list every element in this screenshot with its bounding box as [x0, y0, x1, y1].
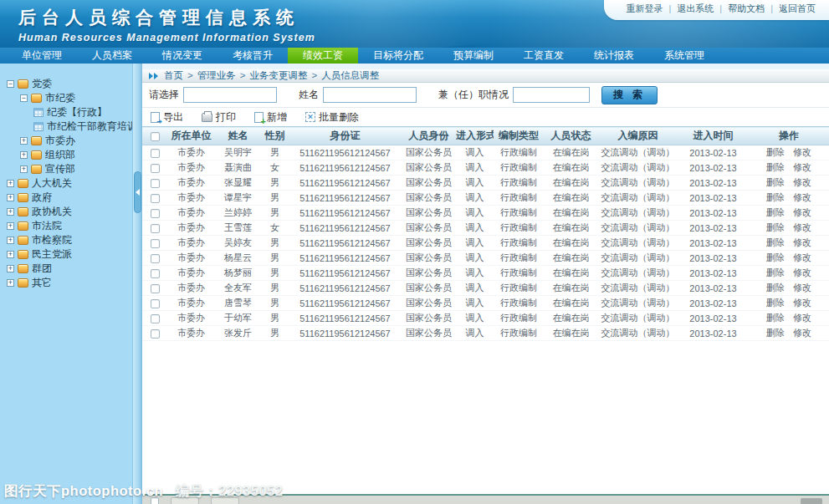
export-button[interactable]: 导出: [151, 110, 183, 125]
tree-item[interactable]: +政协机关: [0, 205, 132, 219]
edit-link[interactable]: 修改: [793, 192, 811, 202]
menu-item-tab[interactable]: 系统管理: [649, 48, 719, 64]
quick-link[interactable]: 重新登录: [626, 3, 663, 13]
row-checkbox[interactable]: [151, 149, 160, 158]
quick-link[interactable]: 退出系统: [677, 3, 714, 13]
row-checkbox[interactable]: [151, 179, 160, 188]
expand-icon[interactable]: +: [20, 151, 28, 159]
job-status-input[interactable]: [513, 87, 590, 103]
delete-link[interactable]: 删除: [766, 207, 785, 217]
expand-icon[interactable]: +: [7, 237, 14, 244]
tree-item[interactable]: +其它: [0, 276, 132, 290]
breadcrumb-link[interactable]: 业务变更调整: [249, 70, 307, 80]
unit-select-input[interactable]: [183, 87, 277, 103]
edit-link[interactable]: 修改: [793, 162, 811, 172]
print-button[interactable]: 打印: [202, 110, 236, 125]
cell-entry_date: 2013-02-13: [678, 221, 749, 236]
menu-item-tab[interactable]: 情况变更: [147, 48, 217, 64]
cell-name: 杨梦丽: [215, 266, 261, 281]
edit-link[interactable]: 修改: [793, 298, 811, 308]
menu-item-tab[interactable]: 统计报表: [579, 48, 649, 64]
menu-item-tab[interactable]: 人员档案: [77, 48, 147, 64]
row-checkbox[interactable]: [151, 194, 160, 203]
collapse-icon[interactable]: −: [7, 80, 14, 88]
expand-icon[interactable]: +: [20, 165, 28, 173]
tree-item[interactable]: 纪委【行政】: [0, 105, 132, 120]
tree-item[interactable]: +市检察院: [0, 233, 132, 247]
tree-item[interactable]: +市法院: [0, 219, 132, 233]
row-checkbox[interactable]: [151, 329, 160, 339]
tree-item[interactable]: +群团: [0, 262, 132, 276]
collapse-icon[interactable]: −: [20, 94, 28, 102]
expand-icon[interactable]: +: [7, 251, 14, 258]
delete-link[interactable]: 删除: [766, 267, 785, 277]
quick-link[interactable]: 返回首页: [779, 3, 816, 13]
expand-icon[interactable]: +: [7, 279, 14, 287]
expand-icon[interactable]: +: [7, 180, 14, 187]
delete-link[interactable]: 删除: [766, 328, 785, 338]
menu-item-tab[interactable]: 考核晋升: [217, 48, 288, 64]
breadcrumb-link[interactable]: 管理业务: [197, 70, 236, 80]
delete-link[interactable]: 删除: [766, 162, 785, 172]
add-button[interactable]: 新增: [254, 110, 287, 125]
tree-item[interactable]: −党委: [0, 77, 132, 91]
edit-link[interactable]: 修改: [793, 222, 811, 232]
menu-item-tab[interactable]: 目标将分配: [358, 48, 438, 64]
menu-item-tab[interactable]: 预算编制: [438, 48, 509, 64]
tree-item[interactable]: +政府: [0, 191, 132, 205]
cell-establishment_type: 行政编制: [494, 160, 544, 176]
row-checkbox[interactable]: [151, 209, 160, 218]
row-checkbox[interactable]: [151, 254, 160, 263]
expand-icon[interactable]: +: [7, 222, 14, 230]
menu-item-tab[interactable]: 单位管理: [7, 48, 77, 64]
search-button[interactable]: 搜 索: [601, 86, 658, 104]
tree-item[interactable]: −市纪委: [0, 91, 132, 105]
menu-item-active[interactable]: 绩效工资: [288, 48, 358, 64]
delete-link[interactable]: 删除: [766, 252, 785, 262]
row-checkbox[interactable]: [151, 224, 160, 233]
delete-link[interactable]: 删除: [766, 313, 785, 323]
edit-link[interactable]: 修改: [793, 283, 811, 293]
expand-icon[interactable]: +: [7, 194, 14, 201]
menu-item-tab[interactable]: 工资直发: [509, 48, 579, 64]
row-checkbox[interactable]: [151, 239, 160, 248]
delete-link[interactable]: 删除: [766, 237, 785, 247]
quick-link[interactable]: 帮助文档: [728, 3, 765, 13]
delete-link[interactable]: 删除: [766, 147, 785, 157]
row-checkbox[interactable]: [151, 299, 160, 308]
sidebar-collapse-handle[interactable]: [134, 171, 141, 213]
edit-link[interactable]: 修改: [793, 147, 811, 157]
delete-link[interactable]: 删除: [766, 192, 785, 202]
tree-item[interactable]: +人大机关: [0, 176, 132, 191]
name-input[interactable]: [323, 87, 417, 103]
tree-item[interactable]: +宣传部: [0, 162, 132, 176]
tree-item[interactable]: 市纪检干部教育培训中心: [0, 120, 132, 134]
expand-icon[interactable]: +: [20, 137, 28, 145]
row-checkbox[interactable]: [151, 164, 160, 173]
delete-link[interactable]: 删除: [766, 298, 785, 308]
row-checkbox[interactable]: [151, 284, 160, 293]
edit-link[interactable]: 修改: [793, 207, 811, 217]
edit-link[interactable]: 修改: [793, 328, 811, 338]
delete-link[interactable]: 删除: [766, 177, 785, 187]
edit-link[interactable]: 修改: [793, 237, 811, 247]
row-checkbox-cell: [142, 221, 167, 236]
tree-item[interactable]: +市委办: [0, 134, 132, 148]
breadcrumb-link[interactable]: 首页: [164, 70, 183, 80]
row-checkbox[interactable]: [151, 269, 160, 278]
edit-link[interactable]: 修改: [793, 313, 811, 323]
batch-delete-button[interactable]: ✕ 批量删除: [305, 110, 359, 125]
edit-link[interactable]: 修改: [793, 252, 811, 262]
tree-item[interactable]: +民主党派: [0, 247, 132, 262]
select-all-checkbox[interactable]: [151, 132, 160, 141]
expand-icon[interactable]: +: [7, 208, 14, 216]
delete-link[interactable]: 删除: [766, 222, 785, 232]
edit-link[interactable]: 修改: [793, 177, 811, 187]
delete-link[interactable]: 删除: [766, 283, 785, 293]
tree-item[interactable]: +组织部: [0, 148, 132, 162]
column-header: 进入形式: [456, 127, 494, 145]
row-checkbox[interactable]: [151, 314, 160, 323]
edit-link[interactable]: 修改: [793, 267, 811, 277]
expand-icon[interactable]: +: [7, 265, 14, 272]
breadcrumb-link[interactable]: 人员信息调整: [321, 70, 379, 80]
